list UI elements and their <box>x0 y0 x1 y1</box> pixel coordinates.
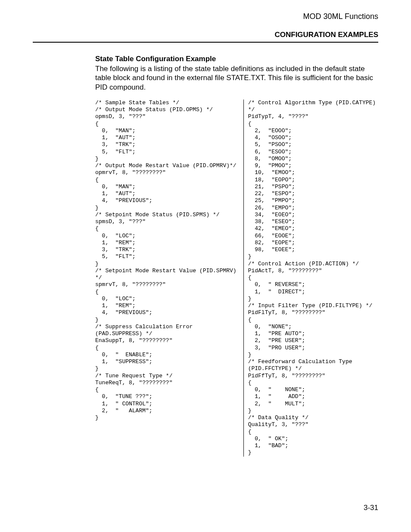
section-title: CONFIGURATION EXAMPLES <box>33 31 378 39</box>
subsection-heading: State Table Configuration Example <box>95 55 378 63</box>
intro-paragraph: The following is a listing of the state … <box>95 64 378 92</box>
header-rule <box>33 42 378 43</box>
document-title: MOD 30ML Functions <box>33 12 378 21</box>
code-column-right: /* Control Algorithm Type (PID.CATYPE) *… <box>246 100 378 457</box>
column-divider <box>243 100 244 457</box>
code-column-left: /* Sample State Tables */ /* Output Mode… <box>95 100 241 457</box>
page-number: 3-31 <box>364 504 378 512</box>
code-columns: /* Sample State Tables */ /* Output Mode… <box>95 100 378 457</box>
page: MOD 30ML Functions CONFIGURATION EXAMPLE… <box>0 0 411 532</box>
content-area: State Table Configuration Example The fo… <box>95 55 378 457</box>
